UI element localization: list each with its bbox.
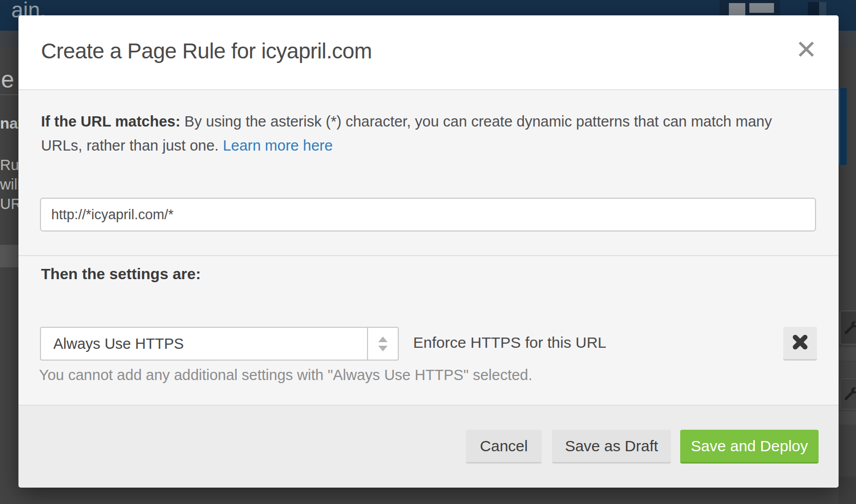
- chevron-up-icon: [378, 337, 388, 342]
- remove-x-icon: [791, 333, 809, 351]
- page-rule-modal: Create a Page Rule for icyapril.com If t…: [18, 15, 839, 488]
- background-blue-button-fragment: [839, 88, 847, 165]
- background-text-fragment: Ru: [0, 157, 19, 174]
- settings-heading: Then the settings are:: [41, 265, 201, 283]
- background-divider: [0, 94, 18, 95]
- background-shape: [839, 476, 856, 504]
- setting-select[interactable]: Always Use HTTPS: [40, 327, 399, 361]
- close-icon: [798, 40, 815, 58]
- background-text-fragment: will: [0, 176, 21, 193]
- apps-grid-icon: [749, 3, 774, 13]
- url-pattern-input[interactable]: [40, 198, 816, 232]
- url-match-description: If the URL matches: By using the asteris…: [41, 110, 792, 158]
- cancel-button[interactable]: Cancel: [466, 430, 542, 464]
- wrench-icon: [843, 320, 856, 335]
- save-as-draft-button[interactable]: Save as Draft: [552, 430, 671, 464]
- settings-section: Then the settings are: Always Use HTTPS …: [18, 257, 839, 420]
- background-settings-tile: [840, 310, 856, 345]
- background-shape: [839, 347, 856, 361]
- setting-note: You cannot add any additional settings w…: [39, 367, 533, 384]
- close-button[interactable]: [794, 38, 818, 61]
- setting-select-value: Always Use HTTPS: [53, 328, 184, 360]
- url-match-label: If the URL matches:: [41, 113, 180, 130]
- background-shape: [839, 362, 856, 377]
- save-and-deploy-button[interactable]: Save and Deploy: [680, 430, 819, 464]
- modal-title: Create a Page Rule for icyapril.com: [41, 39, 372, 64]
- setting-description: Enforce HTTPS for this URL: [413, 334, 606, 351]
- chevron-down-icon: [378, 346, 388, 351]
- background-text-fragment: e: [1, 66, 14, 93]
- remove-setting-button[interactable]: [783, 327, 817, 361]
- background-table-band: [0, 245, 18, 267]
- select-stepper: [367, 328, 398, 360]
- modal-footer: Cancel Save as Draft Save and Deploy: [18, 405, 839, 488]
- background-shape: [839, 411, 856, 425]
- wrench-icon: [843, 386, 856, 402]
- screen: ain. e nav Ru will UR Create a Page: [0, 0, 856, 504]
- background-settings-tile: [840, 378, 856, 410]
- modal-header: Create a Page Rule for icyapril.com: [18, 15, 839, 90]
- learn-more-link[interactable]: Learn more here: [223, 137, 333, 154]
- url-match-section: If the URL matches: By using the asteris…: [18, 91, 839, 256]
